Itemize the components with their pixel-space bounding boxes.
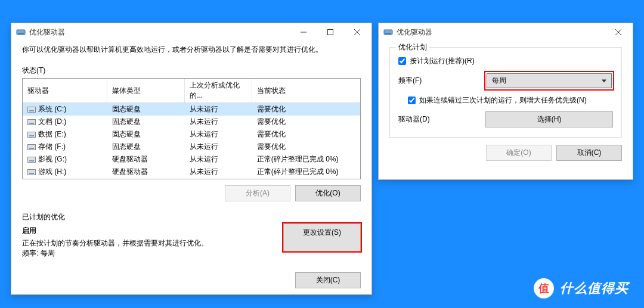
drive-icon <box>27 119 36 125</box>
schedule-enabled-label: 启用 <box>22 226 274 236</box>
increase-priority-checkbox[interactable] <box>408 97 416 104</box>
change-settings-button[interactable]: 更改设置(S) <box>283 223 361 251</box>
table-row[interactable]: 文档 (D:) 固态硬盘 从未运行 需要优化 <box>23 116 360 128</box>
optimize-schedule-dialog: 优化驱动器 优化计划 按计划运行(推荐)(R) 频率(F) 每周 如果连续错过三 <box>378 23 633 180</box>
table-row[interactable]: 系统 (C:) 固态硬盘 从未运行 需要优化 <box>23 103 360 116</box>
drive-icon <box>27 107 36 113</box>
drive-icon <box>27 144 36 150</box>
table-row[interactable]: 影视 (G:) 硬盘驱动器 从未运行 正常(碎片整理已完成 0%) <box>23 153 360 166</box>
table-row[interactable]: 备份 (I:) 硬盘驱动器 从未运行 正常(碎片整理已完成 0%) <box>23 178 360 179</box>
drive-icon <box>27 169 36 175</box>
frequency-label: 频率(F) <box>398 76 485 86</box>
status-label: 状态(T) <box>22 66 361 76</box>
schedule-frequency: 频率: 每周 <box>22 248 274 259</box>
increase-priority-label: 如果连续错过三次计划的运行，则增大任务优先级(N) <box>419 95 587 105</box>
drives-table[interactable]: 驱动器 媒体类型 上次分析或优化的... 当前状态 系统 (C:) 固态硬盘 从… <box>22 78 361 179</box>
group-title: 优化计划 <box>396 42 429 52</box>
svg-rect-7 <box>385 33 391 35</box>
col-status[interactable]: 当前状态 <box>252 79 360 103</box>
minimize-button[interactable] <box>290 23 317 41</box>
table-row[interactable]: 数据 (E:) 固态硬盘 从未运行 需要优化 <box>23 128 360 141</box>
window-title: 优化驱动器 <box>29 27 65 38</box>
col-media[interactable]: 媒体类型 <box>107 79 185 103</box>
close-window-button[interactable]: 关闭(C) <box>295 272 361 288</box>
close-button[interactable] <box>605 23 631 41</box>
table-row[interactable]: 游戏 (H:) 硬盘驱动器 从未运行 正常(碎片整理已完成 0%) <box>23 166 360 178</box>
titlebar[interactable]: 优化驱动器 <box>379 23 633 41</box>
analyze-button: 分析(A) <box>225 185 290 201</box>
ok-button: 确定(O) <box>486 145 552 161</box>
maximize-button[interactable] <box>317 23 343 41</box>
description-text: 你可以优化驱动器以帮助计算机更高效地运行，或者分析驱动器以了解是否需要对其进行优… <box>22 45 361 55</box>
titlebar[interactable]: 优化驱动器 <box>11 23 371 41</box>
frequency-combobox[interactable]: 每周 <box>487 73 612 88</box>
col-drive[interactable]: 驱动器 <box>23 79 107 103</box>
run-on-schedule-checkbox[interactable] <box>398 57 406 65</box>
col-lastrun[interactable]: 上次分析或优化的... <box>185 79 252 103</box>
run-on-schedule-label: 按计划运行(推荐)(R) <box>410 56 475 66</box>
drive-icon <box>27 132 36 138</box>
optimize-drives-window: 优化驱动器 你可以优化驱动器以帮助计算机更高效地运行，或者分析驱动器以了解是否需… <box>11 23 372 295</box>
schedule-group: 优化计划 按计划运行(推荐)(R) 频率(F) 每周 如果连续错过三次计划的运行… <box>389 47 622 138</box>
app-icon <box>16 27 26 37</box>
scheduled-opt-label: 已计划的优化 <box>22 212 361 222</box>
drive-icon <box>27 157 36 163</box>
schedule-desc: 正在按计划的节奏分析驱动器，并根据需要对其进行优化。 <box>22 238 274 248</box>
close-button[interactable] <box>343 23 370 41</box>
svg-rect-1 <box>18 33 24 35</box>
table-row[interactable]: 存储 (F:) 固态硬盘 从未运行 需要优化 <box>23 141 360 153</box>
choose-drives-button[interactable]: 选择(H) <box>485 111 613 127</box>
optimize-button[interactable]: 优化(O) <box>295 185 361 201</box>
cancel-button[interactable]: 取消(C) <box>556 145 622 161</box>
watermark-text: 什么值得买 <box>560 279 628 297</box>
app-icon <box>383 27 393 37</box>
window-title: 优化驱动器 <box>397 27 432 38</box>
svg-rect-3 <box>327 30 333 35</box>
watermark-icon: 值 <box>534 278 554 298</box>
watermark: 值 什么值得买 <box>534 278 628 298</box>
drives-label: 驱动器(D) <box>398 114 485 125</box>
